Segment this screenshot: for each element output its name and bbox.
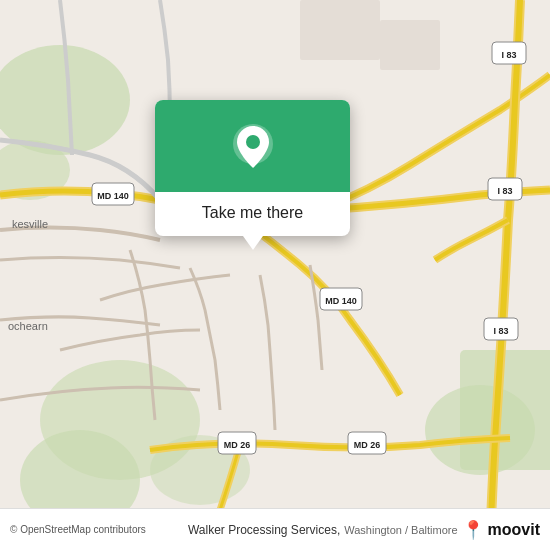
location-text: Washington / Baltimore (344, 524, 457, 536)
svg-rect-8 (300, 0, 380, 60)
svg-text:MD 26: MD 26 (354, 440, 381, 450)
svg-rect-9 (380, 20, 440, 70)
moovit-logo: moovit (488, 521, 540, 539)
svg-text:kesville: kesville (12, 218, 48, 230)
attribution-text: © OpenStreetMap contributors (10, 524, 188, 535)
map-container: MD 140 MD 140 MD 140 I 83 I 83 I 83 MD 2… (0, 0, 550, 550)
svg-text:MD 140: MD 140 (97, 191, 129, 201)
svg-text:ochearn: ochearn (8, 320, 48, 332)
take-me-there-button[interactable]: Take me there (171, 202, 334, 224)
company-name: Walker Processing Services, (188, 523, 340, 537)
popup-green-header (155, 100, 350, 192)
svg-point-7 (425, 385, 535, 475)
svg-text:MD 26: MD 26 (224, 440, 251, 450)
svg-text:I 83: I 83 (497, 186, 512, 196)
bottom-bar-right: Walker Processing Services, Washington /… (188, 519, 540, 541)
moovit-text: moovit (488, 521, 540, 539)
svg-text:I 83: I 83 (493, 326, 508, 336)
svg-text:MD 140: MD 140 (325, 296, 357, 306)
popup-arrow (243, 236, 263, 250)
svg-text:I 83: I 83 (501, 50, 516, 60)
popup-button-section: Take me there (155, 192, 350, 236)
bottom-bar: © OpenStreetMap contributors Walker Proc… (0, 508, 550, 550)
location-pin-icon (231, 122, 275, 174)
moovit-pin-icon: 📍 (462, 519, 484, 541)
svg-point-29 (246, 135, 260, 149)
map-svg: MD 140 MD 140 MD 140 I 83 I 83 I 83 MD 2… (0, 0, 550, 550)
popup-card: Take me there (155, 100, 350, 236)
